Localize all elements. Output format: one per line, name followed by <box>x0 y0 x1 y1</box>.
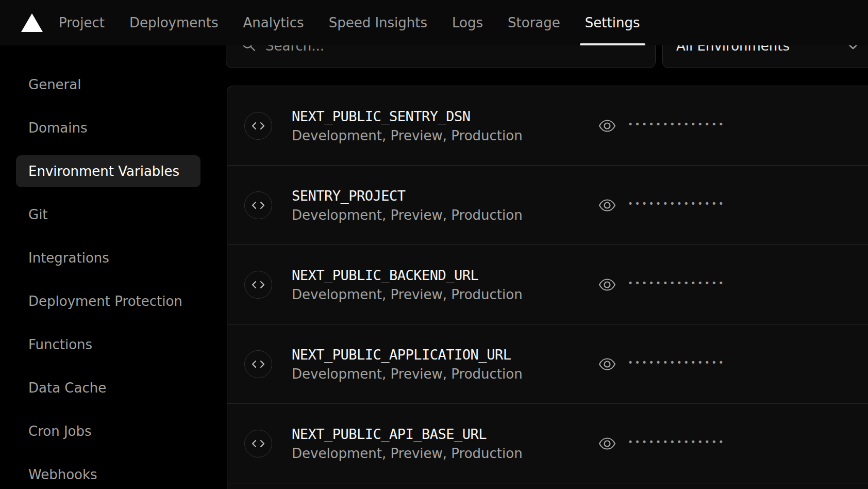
vercel-logo-icon[interactable] <box>21 13 43 32</box>
code-variable-icon <box>244 191 272 219</box>
env-var-environments: Development, Preview, Production <box>292 366 523 382</box>
reveal-value-eye-icon[interactable] <box>598 356 616 372</box>
reveal-value-eye-icon[interactable] <box>598 436 616 451</box>
env-var-row: SENTRY_PROJECT Development, Preview, Pro… <box>227 166 868 245</box>
env-var-name: NEXT_PUBLIC_API_BASE_URL <box>292 426 523 442</box>
env-var-row: NEXT_PUBLIC_BACKEND_URL Development, Pre… <box>227 245 868 324</box>
nav-tab-speed-insights[interactable]: Speed Insights <box>329 0 427 45</box>
code-variable-icon <box>244 350 272 378</box>
sidebar-item-functions[interactable]: Functions <box>16 329 201 361</box>
settings-sidebar: General Domains Environment Variables Gi… <box>16 69 201 489</box>
reveal-value-eye-icon[interactable] <box>598 277 616 292</box>
masked-env-value: •••••••••••••• <box>628 199 725 209</box>
project-top-nav: Project Deployments Analytics Speed Insi… <box>0 0 868 45</box>
masked-env-value: •••••••••••••• <box>628 437 725 447</box>
masked-env-value: •••••••••••••• <box>628 357 725 368</box>
masked-env-value: •••••••••••••• <box>628 278 725 288</box>
sidebar-item-environment-variables[interactable]: Environment Variables <box>16 155 201 187</box>
env-var-environments: Development, Preview, Production <box>292 207 523 223</box>
env-var-name: NEXT_PUBLIC_APPLICATION_URL <box>292 347 523 363</box>
env-var-name: NEXT_PUBLIC_BACKEND_URL <box>292 267 523 283</box>
reveal-value-eye-icon[interactable] <box>598 198 616 213</box>
env-variables-panel: NEXT_PUBLIC_SENTRY_DSN Development, Prev… <box>227 86 868 489</box>
env-var-row: NEXT_PUBLIC_SENTRY_DSN Development, Prev… <box>227 86 868 166</box>
nav-tab-settings[interactable]: Settings <box>585 0 640 45</box>
env-var-environments: Development, Preview, Production <box>292 128 523 143</box>
sidebar-item-domains[interactable]: Domains <box>16 112 201 144</box>
nav-tab-logs[interactable]: Logs <box>452 0 483 45</box>
nav-tab-project[interactable]: Project <box>59 0 105 45</box>
sidebar-item-cron-jobs[interactable]: Cron Jobs <box>16 415 201 447</box>
nav-tab-storage[interactable]: Storage <box>508 0 560 45</box>
code-variable-icon <box>244 271 272 299</box>
env-var-environments: Development, Preview, Production <box>292 287 523 302</box>
env-var-row: NEXT_PUBLIC_API_BASE_URL Development, Pr… <box>227 404 868 483</box>
env-var-name: SENTRY_PROJECT <box>292 188 523 204</box>
sidebar-item-git[interactable]: Git <box>16 199 201 231</box>
reveal-value-eye-icon[interactable] <box>598 118 616 134</box>
code-variable-icon <box>244 430 272 458</box>
nav-tab-analytics[interactable]: Analytics <box>243 0 304 45</box>
project-settings-page: General Domains Environment Variables Gi… <box>0 0 868 489</box>
env-var-environments: Development, Preview, Production <box>292 446 523 461</box>
env-var-row: NEXT_PUBLIC_APPLICATION_URL Development,… <box>227 324 868 404</box>
sidebar-item-integrations[interactable]: Integrations <box>16 242 201 274</box>
sidebar-item-deployment-protection[interactable]: Deployment Protection <box>16 285 201 317</box>
nav-tab-deployments[interactable]: Deployments <box>129 0 219 45</box>
env-var-name: NEXT_PUBLIC_SENTRY_DSN <box>292 108 523 124</box>
sidebar-item-data-cache[interactable]: Data Cache <box>16 372 201 404</box>
sidebar-item-webhooks[interactable]: Webhooks <box>16 459 201 489</box>
masked-env-value: •••••••••••••• <box>628 119 725 129</box>
code-variable-icon <box>244 112 272 140</box>
sidebar-item-general[interactable]: General <box>16 69 201 101</box>
